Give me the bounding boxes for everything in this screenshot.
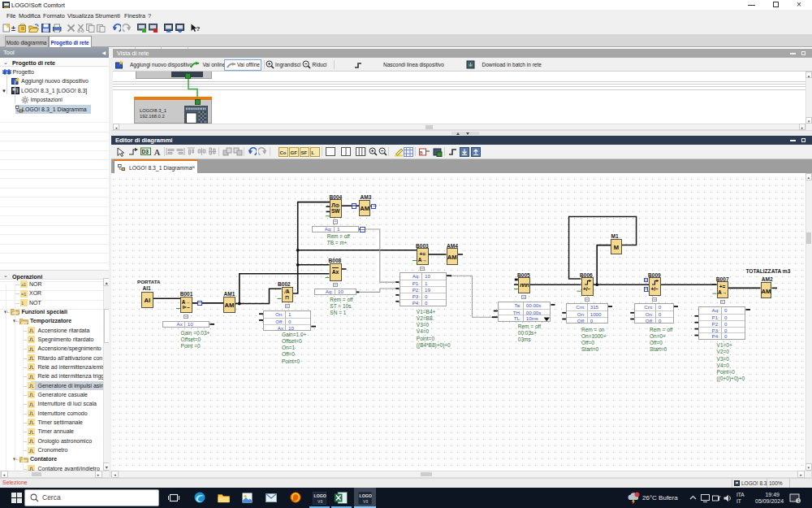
svg-text:L: L bbox=[312, 150, 315, 154]
svg-text:V8: V8 bbox=[363, 498, 368, 503]
svg-text:GF: GF bbox=[291, 150, 298, 154]
svg-text:A: A bbox=[154, 147, 161, 157]
svg-text:Co: Co bbox=[280, 150, 287, 154]
svg-text:D3: D3 bbox=[142, 148, 149, 154]
svg-text:B: B bbox=[420, 150, 423, 154]
svg-text:1: 1 bbox=[797, 498, 800, 503]
svg-text:LOGO!: LOGO! bbox=[314, 493, 327, 498]
svg-text:LOGO!: LOGO! bbox=[360, 493, 373, 498]
svg-text:≥1: ≥1 bbox=[21, 282, 26, 287]
svg-text:1: 1 bbox=[21, 300, 24, 305]
svg-text:SF: SF bbox=[301, 150, 308, 154]
svg-text:?: ? bbox=[197, 25, 201, 33]
svg-text:V8: V8 bbox=[317, 498, 322, 503]
svg-text:±: ± bbox=[11, 24, 15, 33]
svg-text:=1: =1 bbox=[21, 291, 26, 296]
